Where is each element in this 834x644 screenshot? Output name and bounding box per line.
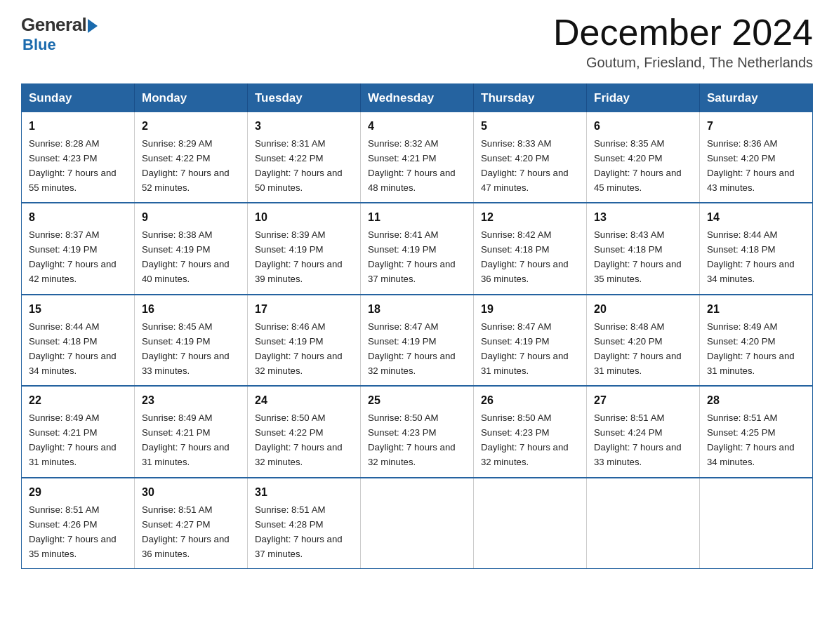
calendar-cell: 21Sunrise: 8:49 AMSunset: 4:20 PMDayligh… xyxy=(700,295,813,386)
day-info: Sunrise: 8:50 AMSunset: 4:23 PMDaylight:… xyxy=(481,412,569,467)
day-number: 23 xyxy=(142,392,240,410)
day-number: 15 xyxy=(29,301,127,318)
logo: General Blue xyxy=(21,14,98,54)
day-header-wednesday: Wednesday xyxy=(361,84,474,113)
day-number: 27 xyxy=(594,392,692,410)
calendar-cell: 12Sunrise: 8:42 AMSunset: 4:18 PMDayligh… xyxy=(474,203,587,294)
calendar-cell: 5Sunrise: 8:33 AMSunset: 4:20 PMDaylight… xyxy=(474,112,587,203)
day-number: 31 xyxy=(255,484,353,502)
calendar-cell: 2Sunrise: 8:29 AMSunset: 4:22 PMDaylight… xyxy=(135,112,248,203)
calendar-cell: 26Sunrise: 8:50 AMSunset: 4:23 PMDayligh… xyxy=(474,386,587,477)
day-number: 2 xyxy=(142,118,240,135)
day-info: Sunrise: 8:51 AMSunset: 4:28 PMDaylight:… xyxy=(255,504,343,559)
day-info: Sunrise: 8:42 AMSunset: 4:18 PMDaylight:… xyxy=(481,229,569,284)
day-number: 13 xyxy=(594,209,692,227)
day-info: Sunrise: 8:49 AMSunset: 4:20 PMDaylight:… xyxy=(707,321,795,376)
day-header-sunday: Sunday xyxy=(22,84,135,113)
day-info: Sunrise: 8:51 AMSunset: 4:27 PMDaylight:… xyxy=(142,504,230,559)
calendar-location: Goutum, Friesland, The Netherlands xyxy=(553,55,813,71)
day-info: Sunrise: 8:51 AMSunset: 4:25 PMDaylight:… xyxy=(707,412,795,467)
day-header-saturday: Saturday xyxy=(700,84,813,113)
calendar-cell xyxy=(700,478,813,569)
calendar-cell: 14Sunrise: 8:44 AMSunset: 4:18 PMDayligh… xyxy=(700,203,813,294)
calendar-week-3: 15Sunrise: 8:44 AMSunset: 4:18 PMDayligh… xyxy=(22,295,813,386)
day-number: 26 xyxy=(481,392,579,410)
day-info: Sunrise: 8:44 AMSunset: 4:18 PMDaylight:… xyxy=(29,321,117,376)
day-info: Sunrise: 8:43 AMSunset: 4:18 PMDaylight:… xyxy=(594,229,682,284)
day-info: Sunrise: 8:44 AMSunset: 4:18 PMDaylight:… xyxy=(707,229,795,284)
day-number: 20 xyxy=(594,301,692,318)
day-info: Sunrise: 8:31 AMSunset: 4:22 PMDaylight:… xyxy=(255,138,343,193)
day-number: 3 xyxy=(255,118,353,135)
calendar-cell: 3Sunrise: 8:31 AMSunset: 4:22 PMDaylight… xyxy=(248,112,361,203)
day-info: Sunrise: 8:50 AMSunset: 4:22 PMDaylight:… xyxy=(255,412,343,467)
calendar-cell: 6Sunrise: 8:35 AMSunset: 4:20 PMDaylight… xyxy=(587,112,700,203)
calendar-title: December 2024 xyxy=(553,14,813,51)
calendar-cell xyxy=(361,478,474,569)
calendar-cell: 8Sunrise: 8:37 AMSunset: 4:19 PMDaylight… xyxy=(22,203,135,294)
day-header-monday: Monday xyxy=(135,84,248,113)
day-number: 24 xyxy=(255,392,353,410)
calendar-cell: 22Sunrise: 8:49 AMSunset: 4:21 PMDayligh… xyxy=(22,386,135,477)
day-header-friday: Friday xyxy=(587,84,700,113)
day-info: Sunrise: 8:37 AMSunset: 4:19 PMDaylight:… xyxy=(29,229,117,284)
day-number: 22 xyxy=(29,392,127,410)
day-info: Sunrise: 8:41 AMSunset: 4:19 PMDaylight:… xyxy=(368,229,456,284)
day-number: 28 xyxy=(707,392,805,410)
calendar-cell: 4Sunrise: 8:32 AMSunset: 4:21 PMDaylight… xyxy=(361,112,474,203)
day-info: Sunrise: 8:33 AMSunset: 4:20 PMDaylight:… xyxy=(481,138,569,193)
calendar-week-2: 8Sunrise: 8:37 AMSunset: 4:19 PMDaylight… xyxy=(22,203,813,294)
title-block: December 2024 Goutum, Friesland, The Net… xyxy=(553,14,813,71)
logo-arrow-icon xyxy=(88,19,98,33)
calendar-cell: 10Sunrise: 8:39 AMSunset: 4:19 PMDayligh… xyxy=(248,203,361,294)
day-info: Sunrise: 8:51 AMSunset: 4:26 PMDaylight:… xyxy=(29,504,117,559)
calendar-cell: 29Sunrise: 8:51 AMSunset: 4:26 PMDayligh… xyxy=(22,478,135,569)
day-info: Sunrise: 8:32 AMSunset: 4:21 PMDaylight:… xyxy=(368,138,456,193)
day-number: 19 xyxy=(481,301,579,318)
calendar-week-4: 22Sunrise: 8:49 AMSunset: 4:21 PMDayligh… xyxy=(22,386,813,477)
calendar-week-1: 1Sunrise: 8:28 AMSunset: 4:23 PMDaylight… xyxy=(22,112,813,203)
calendar-cell: 9Sunrise: 8:38 AMSunset: 4:19 PMDaylight… xyxy=(135,203,248,294)
day-number: 7 xyxy=(707,118,805,135)
day-info: Sunrise: 8:36 AMSunset: 4:20 PMDaylight:… xyxy=(707,138,795,193)
day-number: 29 xyxy=(29,484,127,502)
calendar-cell: 23Sunrise: 8:49 AMSunset: 4:21 PMDayligh… xyxy=(135,386,248,477)
calendar-cell: 19Sunrise: 8:47 AMSunset: 4:19 PMDayligh… xyxy=(474,295,587,386)
calendar-table: SundayMondayTuesdayWednesdayThursdayFrid… xyxy=(21,83,813,569)
calendar-cell: 11Sunrise: 8:41 AMSunset: 4:19 PMDayligh… xyxy=(361,203,474,294)
calendar-cell: 27Sunrise: 8:51 AMSunset: 4:24 PMDayligh… xyxy=(587,386,700,477)
day-info: Sunrise: 8:50 AMSunset: 4:23 PMDaylight:… xyxy=(368,412,456,467)
day-number: 14 xyxy=(707,209,805,227)
calendar-cell: 18Sunrise: 8:47 AMSunset: 4:19 PMDayligh… xyxy=(361,295,474,386)
day-number: 5 xyxy=(481,118,579,135)
calendar-cell xyxy=(474,478,587,569)
day-number: 21 xyxy=(707,301,805,318)
day-number: 10 xyxy=(255,209,353,227)
calendar-cell: 15Sunrise: 8:44 AMSunset: 4:18 PMDayligh… xyxy=(22,295,135,386)
calendar-cell: 7Sunrise: 8:36 AMSunset: 4:20 PMDaylight… xyxy=(700,112,813,203)
calendar-header-row: SundayMondayTuesdayWednesdayThursdayFrid… xyxy=(22,84,813,113)
day-number: 11 xyxy=(368,209,466,227)
day-info: Sunrise: 8:35 AMSunset: 4:20 PMDaylight:… xyxy=(594,138,682,193)
day-info: Sunrise: 8:28 AMSunset: 4:23 PMDaylight:… xyxy=(29,138,117,193)
day-info: Sunrise: 8:51 AMSunset: 4:24 PMDaylight:… xyxy=(594,412,682,467)
calendar-cell: 24Sunrise: 8:50 AMSunset: 4:22 PMDayligh… xyxy=(248,386,361,477)
day-number: 9 xyxy=(142,209,240,227)
calendar-cell: 25Sunrise: 8:50 AMSunset: 4:23 PMDayligh… xyxy=(361,386,474,477)
calendar-cell: 17Sunrise: 8:46 AMSunset: 4:19 PMDayligh… xyxy=(248,295,361,386)
day-info: Sunrise: 8:46 AMSunset: 4:19 PMDaylight:… xyxy=(255,321,343,376)
calendar-cell xyxy=(587,478,700,569)
day-number: 25 xyxy=(368,392,466,410)
day-info: Sunrise: 8:29 AMSunset: 4:22 PMDaylight:… xyxy=(142,138,230,193)
day-number: 30 xyxy=(142,484,240,502)
calendar-cell: 16Sunrise: 8:45 AMSunset: 4:19 PMDayligh… xyxy=(135,295,248,386)
day-info: Sunrise: 8:48 AMSunset: 4:20 PMDaylight:… xyxy=(594,321,682,376)
day-number: 1 xyxy=(29,118,127,135)
day-info: Sunrise: 8:47 AMSunset: 4:19 PMDaylight:… xyxy=(481,321,569,376)
day-number: 18 xyxy=(368,301,466,318)
calendar-week-5: 29Sunrise: 8:51 AMSunset: 4:26 PMDayligh… xyxy=(22,478,813,569)
day-number: 4 xyxy=(368,118,466,135)
day-number: 8 xyxy=(29,209,127,227)
day-number: 6 xyxy=(594,118,692,135)
day-info: Sunrise: 8:49 AMSunset: 4:21 PMDaylight:… xyxy=(142,412,230,467)
